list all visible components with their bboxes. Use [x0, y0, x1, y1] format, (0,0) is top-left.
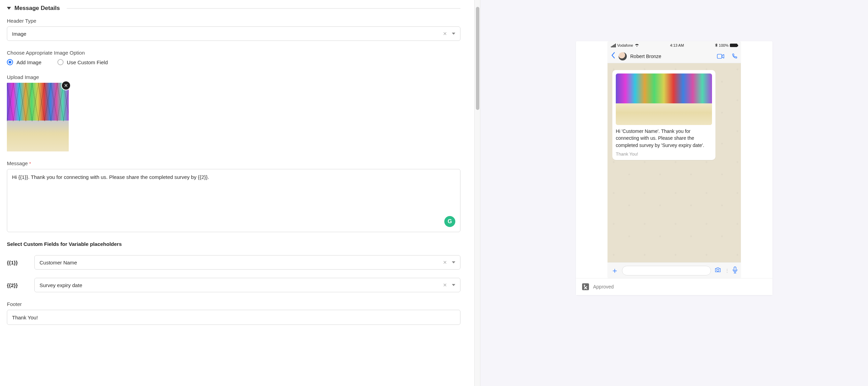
header-type-select[interactable]: Image ✕ [7, 26, 460, 41]
image-option-label: Choose Appropriate Image Option [7, 50, 460, 56]
camera-icon[interactable] [714, 267, 721, 274]
radio-label: Use Custom Field [67, 59, 108, 65]
variables-section: Select Custom Fields for Variable placeh… [7, 241, 460, 292]
mic-icon[interactable] [733, 266, 737, 274]
footer-group: Footer Thank You! [7, 301, 460, 325]
grammarly-icon[interactable]: G [444, 216, 455, 227]
message-bubble: Hi 'Customer Name'. Thank you for connec… [612, 70, 715, 160]
header-type-label: Header Type [7, 18, 460, 24]
back-icon[interactable] [611, 52, 615, 61]
chevron-down-icon[interactable] [452, 33, 455, 35]
battery-percent: 100% [719, 43, 728, 47]
divider [67, 8, 460, 9]
radio-icon [57, 59, 64, 65]
preview-card: Vodafone 4:13 AM 100% [576, 41, 772, 295]
radio-icon [7, 59, 13, 65]
status-time: 4:13 AM [670, 43, 684, 47]
wifi-icon [635, 43, 639, 47]
bubble-footer: Thank You! [616, 151, 712, 157]
bubble-text: Hi 'Customer Name'. Thank you for connec… [616, 128, 712, 149]
radio-label: Add Image [16, 59, 42, 65]
form-panel: Message Details Header Type Image ✕ Choo… [0, 0, 474, 386]
approval-text: Approved [593, 284, 614, 290]
variable-token: {{1}} [7, 260, 26, 265]
chat-input-bar: ＋ ⋮ [608, 262, 741, 278]
footer-input[interactable]: Thank You! [7, 310, 460, 325]
panel-divider [474, 0, 480, 386]
image-preview [7, 83, 69, 151]
scrollbar-thumb[interactable] [476, 7, 479, 110]
header-type-value: Image [12, 31, 443, 37]
variable-1-select[interactable]: Customer Name ✕ [34, 255, 460, 270]
phone-preview: Vodafone 4:13 AM 100% [608, 41, 741, 278]
radio-add-image[interactable]: Add Image [7, 59, 42, 65]
chevron-down-icon[interactable] [452, 284, 455, 286]
bluetooth-icon [715, 43, 717, 48]
chat-text-input[interactable] [622, 266, 711, 275]
video-call-icon[interactable] [717, 54, 724, 59]
message-value: Hi {{1}}. Thank you for connecting with … [12, 174, 209, 180]
variable-row: {{1}} Customer Name ✕ [7, 255, 460, 270]
upload-image-label: Upload Image [7, 74, 460, 80]
clear-icon[interactable]: ✕ [443, 31, 447, 36]
message-textarea[interactable]: Hi {{1}}. Thank you for connecting with … [7, 169, 460, 232]
variable-1-value: Customer Name [40, 260, 443, 265]
section-header[interactable]: Message Details [7, 5, 460, 12]
variables-section-label: Select Custom Fields for Variable placeh… [7, 241, 460, 247]
chat-body: Hi 'Customer Name'. Thank you for connec… [608, 63, 741, 262]
message-label: Message* [7, 160, 460, 166]
upload-image-group: Upload Image ✕ [7, 74, 460, 151]
variable-2-select[interactable]: Survey expiry date ✕ [34, 278, 460, 292]
header-type-group: Header Type Image ✕ [7, 18, 460, 41]
chevron-down-icon[interactable] [452, 261, 455, 263]
avatar[interactable] [619, 52, 627, 60]
add-attachment-icon[interactable]: ＋ [611, 265, 619, 276]
voice-call-icon[interactable] [731, 53, 737, 59]
clear-icon[interactable]: ✕ [443, 260, 447, 265]
section-title: Message Details [14, 5, 60, 12]
preview-panel: Vodafone 4:13 AM 100% [480, 0, 868, 386]
chat-header: Robert Bronze [608, 49, 741, 63]
variable-2-value: Survey expiry date [40, 282, 443, 288]
variable-row: {{2}} Survey expiry date ✕ [7, 278, 460, 292]
remove-image-button[interactable]: ✕ [61, 81, 71, 90]
close-icon: ✕ [64, 83, 68, 88]
battery-icon [730, 44, 737, 47]
footer-value: Thank You! [12, 315, 38, 320]
clear-icon[interactable]: ✕ [443, 282, 447, 288]
signal-icon [611, 44, 616, 47]
required-asterisk: * [29, 161, 31, 166]
carrier-name: Vodafone [617, 43, 633, 47]
uploaded-image-thumbnail[interactable]: ✕ [7, 83, 69, 151]
contact-name[interactable]: Robert Bronze [630, 54, 713, 59]
radio-use-custom-field[interactable]: Use Custom Field [57, 59, 108, 65]
svg-rect-2 [734, 267, 736, 271]
svg-point-1 [717, 269, 719, 271]
variable-token: {{2}} [7, 282, 26, 288]
collapse-triangle-icon[interactable] [7, 7, 11, 10]
bubble-image [616, 73, 712, 125]
footer-label: Footer [7, 301, 460, 307]
svg-rect-0 [717, 54, 722, 58]
image-option-group: Choose Appropriate Image Option Add Imag… [7, 50, 460, 65]
approval-status: Approved [576, 278, 772, 295]
more-icon[interactable]: ⋮ [725, 268, 729, 273]
phone-status-bar: Vodafone 4:13 AM 100% [608, 41, 741, 49]
message-group: Message* Hi {{1}}. Thank you for connect… [7, 160, 460, 232]
image-icon [582, 283, 589, 290]
message-label-text: Message [7, 160, 28, 166]
